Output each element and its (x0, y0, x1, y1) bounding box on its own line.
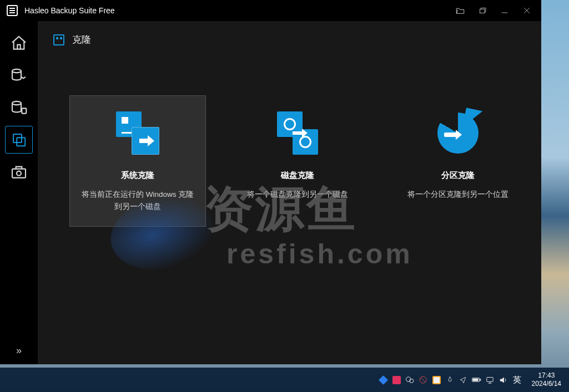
nav-clone[interactable] (6, 126, 32, 153)
tray-volume-icon[interactable] (498, 375, 508, 385)
tray-wechat-icon[interactable] (405, 375, 415, 385)
disk-clone-icon (274, 109, 321, 157)
svg-rect-7 (13, 134, 22, 142)
tray-app-blue-icon[interactable] (379, 375, 388, 385)
card-partition-clone[interactable]: 分区克隆 将一个分区克隆到另一个位置 (390, 96, 526, 226)
partition-clone-icon (434, 109, 482, 157)
restore-down-icon[interactable] (475, 3, 490, 18)
open-folder-icon[interactable] (452, 3, 468, 18)
svg-rect-0 (480, 9, 485, 13)
svg-rect-16 (480, 379, 480, 381)
nav-home[interactable] (6, 30, 32, 57)
taskbar[interactable]: 英 17:43 2024/6/14 (0, 368, 569, 392)
tray-time: 17:43 (532, 371, 561, 380)
svg-point-4 (12, 69, 21, 73)
card-title: 分区克隆 (441, 170, 475, 181)
card-desc: 将一个磁盘克隆到另一个磁盘 (244, 189, 351, 201)
sidebar: » (0, 21, 38, 364)
system-tray: 英 17:43 2024/6/14 (379, 371, 569, 388)
system-clone-icon (114, 109, 162, 157)
tray-battery-icon[interactable] (472, 375, 481, 385)
svg-rect-8 (17, 138, 25, 146)
tray-date: 2024/6/14 (532, 380, 561, 388)
svg-point-5 (12, 101, 21, 105)
svg-rect-6 (22, 108, 26, 113)
main-panel: 克隆 系统克隆 将当前正在运行的 Windows 克隆到另一个磁盘 (38, 21, 541, 364)
card-title: 磁盘克隆 (281, 170, 314, 181)
expand-sidebar-icon[interactable]: » (16, 345, 22, 357)
svg-rect-18 (486, 377, 492, 381)
card-disk-clone[interactable]: 磁盘克隆 将一个磁盘克隆到另一个磁盘 (230, 96, 365, 226)
card-desc: 将一个分区克隆到另一个位置 (404, 189, 512, 201)
tray-firewall-icon[interactable] (445, 375, 455, 385)
svg-rect-17 (473, 379, 478, 381)
minimize-icon[interactable] (497, 3, 512, 18)
titlebar[interactable]: Hasleo Backup Suite Free (0, 0, 541, 21)
app-window: Hasleo Backup Suite Free (0, 0, 541, 364)
nav-tools[interactable] (6, 159, 32, 185)
svg-line-14 (421, 378, 425, 382)
card-title: 系统克隆 (121, 170, 154, 181)
tray-app-pointer-icon[interactable] (459, 375, 468, 385)
tray-clock[interactable]: 17:43 2024/6/14 (526, 371, 567, 388)
card-system-clone[interactable]: 系统克隆 将当前正在运行的 Windows 克隆到另一个磁盘 (70, 96, 205, 226)
desktop: Hasleo Backup Suite Free (0, 0, 569, 392)
tray-ime[interactable]: 英 (512, 375, 522, 385)
nav-restore[interactable] (6, 94, 32, 121)
close-icon[interactable] (519, 3, 535, 18)
nav-backup[interactable] (6, 62, 32, 89)
app-title: Hasleo Backup Suite Free (24, 6, 115, 15)
tray-app-orange-icon[interactable] (432, 375, 441, 385)
tray-app-red-icon[interactable] (392, 375, 401, 385)
grid-icon (53, 34, 64, 45)
page-header: 克隆 (53, 33, 526, 46)
svg-point-10 (17, 171, 21, 176)
tray-network-icon[interactable] (485, 375, 495, 385)
svg-rect-9 (12, 169, 26, 178)
tray-blocked-icon[interactable] (419, 375, 428, 385)
page-title: 克隆 (72, 33, 91, 46)
card-desc: 将当前正在运行的 Windows 克隆到另一个磁盘 (77, 189, 199, 213)
app-logo-icon (7, 5, 18, 16)
